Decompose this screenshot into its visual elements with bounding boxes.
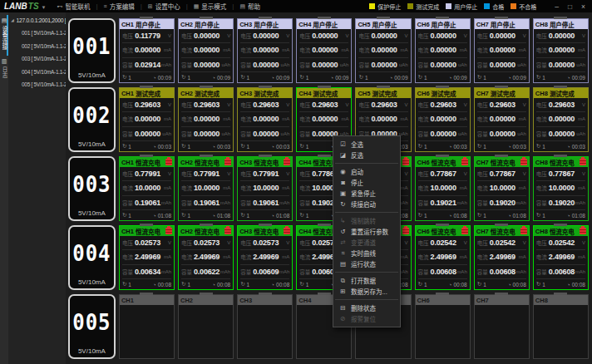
menu-item-save-data-as[interactable]: ⊞数据另存为... — [333, 286, 400, 297]
capacity-unit: uAh — [160, 131, 171, 136]
channel-card-001-ch3[interactable]: CH3用户停止电压0.00000V电流0.00000mA容量0.00000uAh… — [237, 18, 293, 83]
tree-item-001[interactable]: 001 [ 5V/10mA-1.1-20180501001 ] — [11, 27, 64, 40]
channel-card-003-ch7[interactable]: CH7恒流充电电压0.77867V电流10.0000mA容量0.19020mAh… — [474, 156, 530, 221]
channel-card-002-ch1[interactable]: CH1测试完成电压0.29603V电流0.00000mA容量0.00000uAh… — [119, 87, 175, 152]
card-nub — [554, 17, 567, 19]
menu-item-reset-run-params[interactable]: ↺重置运行参数 — [333, 226, 400, 237]
device-number: 004 — [72, 240, 111, 266]
side-tab-log[interactable]: ▥日志 — [0, 56, 8, 84]
channel-card-004-ch7[interactable]: CH7恒流充电电压0.02542V电流2.49969mA容量0.00608mAh… — [474, 225, 530, 290]
side-tab-device-list[interactable]: ▤设备连接 — [0, 15, 8, 56]
channel-card-002-ch2[interactable]: CH2测试完成电压0.29603V电流0.00000mA容量0.00000uAh… — [178, 87, 234, 152]
menu-item-stop[interactable]: ◙停止 — [333, 177, 400, 188]
channel-card-001-ch6[interactable]: CH6用户停止电压0.00000V电流0.00000mA容量0.00000uAh… — [415, 18, 471, 83]
tree-root[interactable]: ◢127.0.0.1:2001,2000 [ 连接设备5 台 ] — [11, 16, 64, 24]
menu-item-display-mode[interactable]: ▦显示模式 — [190, 0, 231, 12]
menu-item-force-jump[interactable]: ↳强制跳转 — [333, 215, 400, 226]
current-value: 0.00000 — [194, 115, 220, 123]
menu-item-change-channel[interactable]: ⇄变更通道 — [333, 237, 400, 248]
channel-card-003-ch8[interactable]: CH8恒流充电电压0.77867V电流10.0000mA容量0.19020mAh… — [533, 156, 589, 221]
menu-item-label: 删除状态 — [351, 303, 376, 312]
channel-card-002-ch7[interactable]: CH7测试完成电压0.29603V电流0.00000mA容量0.00000uAh… — [474, 87, 530, 152]
channel-card-005-ch6[interactable]: CH6 — [415, 294, 471, 359]
channel-card-005-ch8[interactable]: CH8 — [533, 294, 589, 359]
elapsed-time: 00:03 — [276, 144, 289, 150]
channel-card-003-ch3[interactable]: CH3恒流充电电压0.77991V电流10.0000mA容量0.19061mAh… — [237, 156, 293, 221]
channel-card-003-ch1[interactable]: CH1恒流充电电压0.77991V电流10.0000mA容量0.19061mAh… — [119, 156, 175, 221]
card-nub — [140, 224, 153, 226]
cycle-count: 1 — [247, 213, 250, 219]
channel-card-001-ch7[interactable]: CH7用户停止电压0.00000V电流0.00000mA容量0.00000uAh… — [474, 18, 530, 83]
current-label: 电流 — [181, 253, 194, 261]
expander-icon[interactable]: ◢ — [11, 17, 14, 22]
channel-card-001-ch1[interactable]: CH1用户停止电压0.11779V电流0.00000mA容量0.02914mAh… — [119, 18, 175, 83]
menu-item-resume-start[interactable]: ↻续接启动 — [333, 199, 400, 209]
channel-card-004-ch2[interactable]: CH2恒流充电电压0.02573V电流2.49969mA容量0.00622mAh… — [178, 225, 234, 290]
current-unit: mA — [338, 116, 348, 121]
channel-card-002-ch8[interactable]: CH8测试完成电压0.29603V电流0.00000mA容量0.00000uAh… — [533, 87, 589, 152]
close-button[interactable]: × — [581, 2, 585, 11]
capacity-row: 容量0.00608mAh — [477, 265, 526, 279]
channel-card-004-ch8[interactable]: CH8恒流充电电压0.02542V电流2.49969mA容量0.00608mAh… — [533, 225, 589, 290]
voltage-label: 电压 — [418, 101, 431, 109]
channel-card-004-ch3[interactable]: CH3恒流充电电压0.02573V电流2.49969mA容量0.00609mAh… — [237, 225, 293, 290]
menu-item-start[interactable]: ◉启动 — [333, 166, 400, 177]
channel-card-002-ch3[interactable]: CH3测试完成电压0.29603V电流0.00000mA容量0.00000uAh… — [237, 87, 293, 152]
channel-card-003-ch2[interactable]: CH2恒流充电电压0.77991V电流10.0000mA容量0.19061mAh… — [178, 156, 234, 221]
card-footer: ↻1◔00:09 — [238, 72, 292, 82]
menu-item-realtime-curve[interactable]: ≈实时曲线 — [333, 248, 400, 258]
tree-item-005[interactable]: 005 [ 5V/10mA-1.1-20180501005 ] — [11, 78, 64, 91]
channel-name: CH7 — [476, 21, 489, 28]
menu-item-emergency-stop[interactable]: ▣紧急停止 — [333, 188, 400, 199]
capacity-unit: uAh — [516, 131, 526, 136]
menu-item-label: 全选 — [351, 140, 363, 149]
channel-card-001-ch8[interactable]: CH8用户停止电压0.00000V电流0.00000mA容量0.00000uAh… — [533, 18, 589, 83]
chevron-down-icon[interactable]: ▼ — [42, 5, 47, 10]
voltage-row: 电压0.11779V — [122, 29, 171, 43]
capacity-label: 容量 — [181, 199, 194, 207]
menu-item-settings-center[interactable]: ⊞设置中心 — [144, 0, 185, 12]
menu-item-invert-select[interactable]: ◪反选 — [333, 150, 400, 160]
clock-icon: ◔ — [449, 144, 452, 150]
capacity-unit: uAh — [516, 62, 526, 67]
channel-card-001-ch4[interactable]: CH4用户停止电压0.00000V电流0.00000mA容量0.00000uAh… — [296, 18, 352, 83]
channel-card-004-ch1[interactable]: CH1恒流充电电压0.02573V电流2.49969mA容量0.00634mAh… — [119, 225, 175, 290]
channel-card-004-ch6[interactable]: CH6恒流充电电压0.02542V电流2.49969mA容量0.00608mAh… — [415, 225, 471, 290]
restore-button[interactable]: □ — [568, 2, 572, 11]
menu-item-help[interactable]: ▤帮助 — [235, 0, 264, 12]
measurements: 电压0.11779V电流0.00000mA容量0.02914mAh — [120, 29, 174, 72]
card-nub — [259, 224, 272, 226]
menu-item-label: 方案编辑 — [110, 2, 135, 11]
menu-item-smart-link[interactable]: ⊷智能联机 — [53, 0, 95, 12]
card-nub — [140, 293, 153, 295]
menu-item-select-all[interactable]: ☑全选 — [333, 139, 400, 150]
menu-item-run-status[interactable]: ▤运行状态 — [333, 258, 400, 269]
tree-item-004[interactable]: 004 [ 5V/10mA-1.1-20180501004 ] — [11, 66, 64, 79]
current-label: 电流 — [536, 115, 549, 123]
current-label: 电流 — [181, 46, 194, 54]
capacity-row: 容量0.00000uAh — [240, 58, 289, 72]
battery-icon — [165, 159, 172, 165]
help-icon: ▤ — [239, 3, 245, 10]
menu-item-delete-status[interactable]: ⊟删除状态 — [333, 303, 400, 313]
menu-item-alarm-reset[interactable]: ⊘报警复位 — [333, 313, 400, 324]
minimize-button[interactable]: – — [555, 2, 559, 11]
current-row: 电流2.49969mA — [418, 250, 467, 264]
menu-item-open-data[interactable]: ⧉打开数据 — [333, 275, 400, 286]
menu-item-label: 重置运行参数 — [351, 227, 388, 236]
channel-card-001-ch2[interactable]: CH2用户停止电压0.00000V电流0.00000mA容量0.00000uAh… — [178, 18, 234, 83]
tree-item-002[interactable]: 002 [ 5V/10mA-1.1-20180501002 ] — [11, 40, 64, 53]
channel-card-005-ch1[interactable]: CH1 — [119, 294, 175, 359]
channel-card-005-ch2[interactable]: CH2 — [178, 294, 234, 359]
channel-card-001-ch5[interactable]: CH5用户停止电压0.00000V电流0.00000mA容量0.00000uAh… — [355, 18, 411, 83]
channel-card-005-ch3[interactable]: CH3 — [237, 294, 293, 359]
channel-card-005-ch7[interactable]: CH7 — [474, 294, 530, 359]
channel-card-002-ch6[interactable]: CH6测试完成电压0.29603V电流0.00000mA容量0.00000uAh… — [415, 87, 471, 152]
channel-card-003-ch6[interactable]: CH6恒流充电电压0.77867V电流10.0000mA容量0.19021mAh… — [415, 156, 471, 221]
channel-status: 恒流充电 — [550, 227, 575, 236]
current-unit: mA — [279, 254, 289, 259]
tree-item-003[interactable]: 003 [ 5V/10mA-1.1-20180501003 ] — [11, 52, 64, 66]
menu-item-plan-edit[interactable]: ≡方案编辑 — [100, 0, 139, 12]
voltage-value: 0.77991 — [194, 170, 220, 178]
battery-icon — [402, 159, 409, 165]
